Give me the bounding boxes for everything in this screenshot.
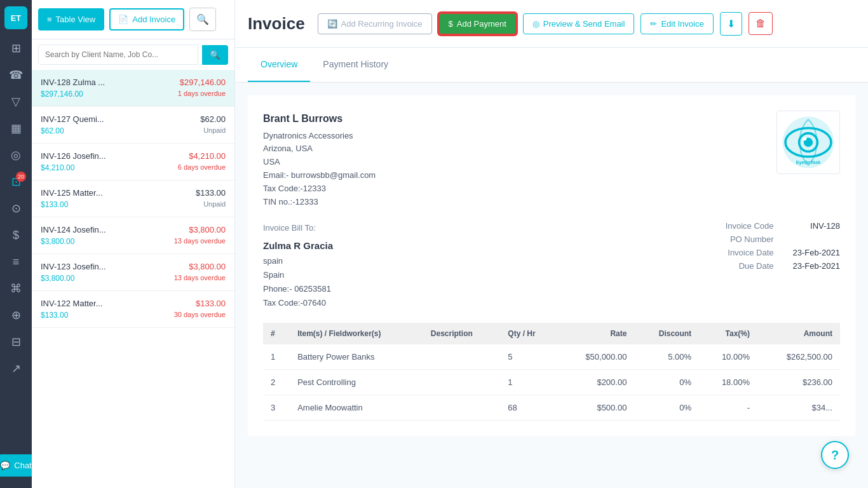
invoice-top-section: Brant L Burrows Dynatronics Accessories … (263, 111, 840, 208)
app-logo: ET (4, 6, 27, 29)
preview-send-label: Preview & Send Email (543, 19, 625, 29)
invoice-id: INV-123 Josefin... (41, 262, 106, 271)
delete-button[interactable]: 🗑 (749, 12, 773, 35)
col-item: Item(s) / Fieldworker(s) (290, 323, 423, 344)
search-toggle-button[interactable]: 🔍 (189, 8, 216, 31)
invoice-id: INV-128 Zulma ... (41, 78, 105, 87)
invoice-status: 13 days overdue (174, 237, 226, 246)
company-logo: EyeOnTask (776, 111, 840, 174)
invoice-date-label: Invoice Date (726, 248, 774, 257)
invoice-list-item[interactable]: INV-122 Matter... $133.00 $133.00 30 day… (32, 291, 234, 328)
col-discount: Discount (634, 323, 699, 344)
address-line2: USA (263, 156, 376, 169)
address-line1: Arizona, USA (263, 142, 376, 156)
add-recurring-button[interactable]: 🔄 Add Recurring Invoice (318, 13, 432, 34)
row-item: Battery Power Banks (290, 344, 423, 370)
invoice-code-value: INV-128 (793, 221, 840, 231)
add-invoice-icon: 📄 (118, 15, 128, 24)
invoice-id: INV-125 Matter... (41, 188, 103, 198)
col-num: # (263, 323, 290, 344)
invoice-status: 30 days overdue (174, 311, 226, 320)
row-num: 2 (263, 370, 290, 395)
row-amount: $236.00 (757, 370, 840, 395)
invoice-amount-left: $3,800.00 (41, 274, 74, 283)
sidebar-item-funnel[interactable]: ▽ (4, 90, 27, 113)
row-num: 1 (263, 344, 290, 370)
search-input[interactable] (38, 44, 198, 65)
invoice-meta-right: Invoice Code INV-128 PO Number Invoice D… (726, 221, 840, 310)
svg-text:EyeOnTask: EyeOnTask (796, 159, 821, 165)
sidebar-item-contacts[interactable]: ☎ (4, 64, 27, 86)
invoice-list-item[interactable]: INV-125 Matter... $133.00 $133.00 Unpaid (32, 180, 234, 217)
sidebar-item-location[interactable]: ◎ (4, 144, 27, 166)
bill-to-name: Zulma R Gracia (263, 238, 333, 254)
invoice-card: Brant L Burrows Dynatronics Accessories … (248, 95, 855, 436)
row-item: Pest Controlling (290, 370, 423, 395)
due-date-value: 23-Feb-2021 (793, 261, 840, 271)
sidebar-item-share[interactable]: ↗ (4, 357, 27, 380)
row-rate: $200.00 (558, 370, 634, 395)
invoice-amount-right: $3,800.00 (189, 225, 226, 234)
row-discount: 5.00% (634, 344, 699, 370)
invoice-id: INV-126 Josefin... (41, 151, 106, 161)
tab-overview[interactable]: Overview (248, 48, 310, 82)
edit-invoice-button[interactable]: ✏ Edit Invoice (641, 13, 713, 34)
bill-tax: Tax Code:-07640 (263, 296, 333, 310)
invoice-list-item[interactable]: INV-123 Josefin... $3,800.00 $3,800.00 1… (32, 254, 234, 291)
sidebar-item-dashboard[interactable]: ⊞ (4, 37, 27, 60)
invoice-amount-left: $133.00 (41, 311, 68, 320)
add-invoice-button[interactable]: 📄 Add Invoice (109, 8, 184, 30)
row-tax: 10.00% (699, 344, 757, 370)
col-amount: Amount (757, 323, 840, 344)
client-email: Email:- burrowsbb@gmail.com (263, 169, 376, 182)
row-tax: - (699, 395, 757, 421)
invoice-amount-left: $62.00 (41, 126, 64, 135)
sidebar-item-clipboard[interactable]: ⊡ 20 (4, 170, 27, 193)
sidebar-item-handshake[interactable]: ⌘ (4, 277, 27, 300)
add-payment-button[interactable]: $ Add Payment (438, 13, 517, 35)
logo-svg: EyeOnTask (780, 114, 837, 171)
svg-point-4 (803, 137, 806, 140)
col-qty: Qty / Hr (500, 323, 558, 344)
sidebar-item-dollar[interactable]: $ (4, 224, 27, 247)
sidebar-item-users[interactable]: ⊕ (4, 304, 27, 327)
row-rate: $500.00 (558, 395, 634, 421)
sidebar-item-grid2[interactable]: ⊟ (4, 330, 27, 353)
invoice-amount-right: $4,210.00 (189, 151, 226, 161)
search-bar: 🔍 (32, 39, 234, 70)
invoice-list-item[interactable]: INV-126 Josefin... $4,210.00 $4,210.00 6… (32, 144, 234, 180)
invoice-status: 6 days overdue (178, 163, 226, 172)
tab-payment-history[interactable]: Payment History (310, 48, 401, 82)
add-recurring-icon: 🔄 (327, 19, 337, 29)
preview-icon: ◎ (532, 19, 539, 29)
invoice-toolbar: ≡ Table View 📄 Add Invoice 🔍 (32, 0, 234, 39)
clipboard-badge: 20 (16, 172, 26, 182)
edit-icon: ✏ (650, 19, 657, 29)
help-button[interactable]: ? (821, 441, 849, 469)
add-recurring-label: Add Recurring Invoice (341, 19, 423, 29)
po-number-label: PO Number (726, 234, 774, 244)
dollar-sign-icon: $ (449, 19, 453, 29)
invoice-amount-right: $3,800.00 (189, 262, 226, 271)
sidebar-item-list[interactable]: ≡ (4, 250, 27, 273)
invoice-list-item[interactable]: INV-128 Zulma ... $297,146.00 $297,146.0… (32, 70, 234, 107)
sidebar-item-person[interactable]: ⊙ (4, 197, 27, 220)
download-button[interactable]: ⬇ (720, 12, 742, 36)
row-discount: 0% (634, 395, 699, 421)
main-header: Invoice 🔄 Add Recurring Invoice $ Add Pa… (235, 0, 868, 48)
invoice-list-item[interactable]: INV-127 Quemi... $62.00 $62.00 Unpaid (32, 107, 234, 144)
row-tax: 18.00% (699, 370, 757, 395)
sidebar-item-calendar[interactable]: ▦ (4, 117, 27, 140)
preview-send-button[interactable]: ◎ Preview & Send Email (523, 13, 635, 34)
row-item: Amelie Moowattin (290, 395, 423, 421)
search-button[interactable]: 🔍 (202, 45, 228, 65)
page-title: Invoice (248, 14, 305, 34)
invoice-amount-left: $297,146.00 (41, 90, 83, 98)
table-row: 3 Amelie Moowattin 68 $500.00 0% - $34..… (263, 395, 840, 421)
invoice-meta-section: Invoice Bill To: Zulma R Gracia spain Sp… (263, 221, 840, 310)
invoice-status: 13 days overdue (174, 274, 226, 283)
invoice-list-panel: ≡ Table View 📄 Add Invoice 🔍 🔍 INV-128 Z… (32, 0, 235, 488)
invoice-list-item[interactable]: INV-124 Josefin... $3,800.00 $3,800.00 1… (32, 217, 234, 254)
table-view-button[interactable]: ≡ Table View (38, 8, 104, 30)
col-desc: Description (423, 323, 500, 344)
